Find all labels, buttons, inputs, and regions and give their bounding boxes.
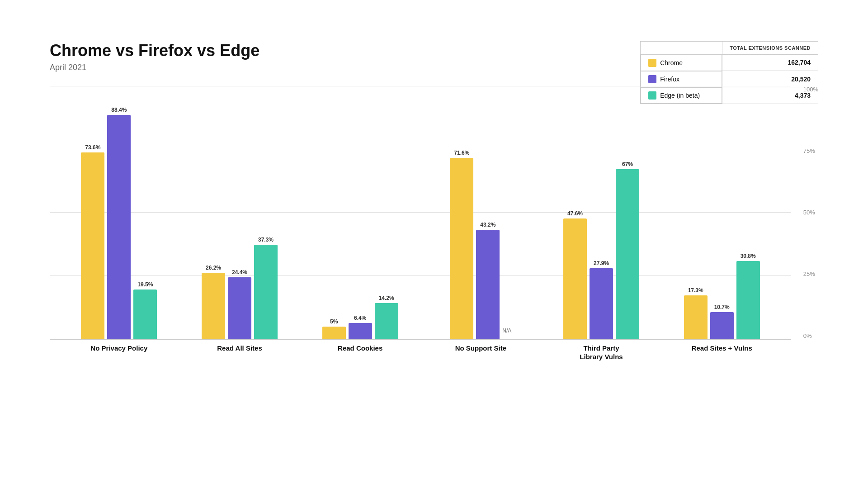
bar-wrap: 6.4% — [349, 315, 372, 339]
bar-value-label: N/A — [502, 328, 511, 334]
y-axis-label: 75% — [803, 147, 818, 154]
legend-row: Chrome162,704 — [641, 54, 818, 71]
bar — [228, 277, 251, 339]
bar-value-label: 26.2% — [206, 265, 221, 271]
legend-item-name: Firefox — [660, 76, 679, 83]
bar — [375, 303, 398, 339]
bar-wrap: 27.9% — [590, 260, 613, 339]
bar-value-label: 24.4% — [232, 269, 247, 275]
bar — [107, 115, 131, 339]
bar-wrap: 26.2% — [202, 265, 225, 339]
bar-value-label: 88.4% — [111, 107, 127, 113]
bar-wrap: 37.3% — [254, 237, 278, 339]
chart-area: 73.6%88.4%19.5%26.2%24.4%37.3%5%6.4%14.2… — [50, 86, 818, 394]
bars-container: 73.6%88.4%19.5%26.2%24.4%37.3%5%6.4%14.2… — [50, 86, 791, 339]
x-axis-label: Read Cookies — [300, 344, 420, 361]
y-axis-label: 50% — [803, 209, 818, 216]
legend-item-name: Chrome — [660, 59, 683, 66]
bar-wrap: 10.7% — [710, 304, 734, 339]
bar-value-label: 30.8% — [741, 253, 756, 259]
x-axis-label: No Support Site — [420, 344, 541, 361]
bar-value-label: 37.3% — [258, 237, 274, 243]
axis-line — [50, 339, 791, 340]
bar-group: 17.3%10.7%30.8% — [661, 253, 782, 339]
x-axis-label: Read All Sites — [179, 344, 300, 361]
bar-value-label: 6.4% — [354, 315, 366, 321]
legend-color-swatch — [648, 75, 656, 83]
bar — [590, 268, 613, 339]
bar-value-label: 10.7% — [714, 304, 730, 310]
bar — [563, 218, 587, 339]
bar-wrap: 73.6% — [81, 144, 104, 339]
bar-wrap: 17.3% — [684, 287, 708, 339]
bar — [81, 152, 104, 339]
legend-item-count: 20,520 — [722, 71, 818, 87]
bar-value-label: 5% — [330, 318, 338, 325]
legend-item-count: 162,704 — [722, 54, 818, 71]
bar-wrap: 19.5% — [133, 281, 157, 339]
y-axis-label: 100% — [803, 86, 818, 93]
bar — [349, 323, 372, 339]
bar — [476, 230, 500, 339]
bar-value-label: 14.2% — [379, 295, 394, 301]
bar — [684, 295, 708, 339]
bar-value-label: 47.6% — [567, 210, 583, 217]
bar-group: 5%6.4%14.2% — [300, 295, 420, 339]
y-axis-label: 0% — [803, 332, 818, 339]
bar-wrap: 71.6% — [450, 150, 473, 339]
bar-value-label: 19.5% — [137, 281, 153, 288]
legend-color-swatch — [648, 59, 656, 67]
x-axis-label: Read Sites + Vulns — [661, 344, 782, 361]
bar-wrap: 67% — [616, 161, 639, 339]
bar-value-label: 43.2% — [480, 222, 495, 228]
bar-group: 26.2%24.4%37.3% — [179, 237, 300, 339]
main-container: Chrome vs Firefox vs Edge April 2021 TOT… — [23, 23, 845, 466]
x-axis-label: Third PartyLibrary Vulns — [541, 344, 662, 361]
bar-value-label: 73.6% — [85, 144, 100, 151]
bar — [133, 290, 157, 339]
bar-value-label: 67% — [622, 161, 633, 167]
x-axis: No Privacy PolicyRead All SitesRead Cook… — [50, 344, 791, 361]
bar — [450, 158, 473, 339]
bar-group: 73.6%88.4%19.5% — [59, 107, 179, 339]
bar-wrap: 47.6% — [563, 210, 587, 339]
x-axis-label: No Privacy Policy — [59, 344, 179, 361]
bar — [710, 312, 734, 339]
bar-value-label: 71.6% — [454, 150, 469, 156]
bar — [616, 169, 639, 339]
y-axis-label: 25% — [803, 271, 818, 277]
bar-wrap: 14.2% — [375, 295, 398, 339]
bar-group: 71.6%43.2%N/A — [420, 150, 541, 339]
bar — [254, 245, 278, 339]
bar — [736, 261, 760, 339]
bar — [322, 327, 346, 339]
bar-wrap: N/A — [502, 328, 511, 339]
bar-wrap: 24.4% — [228, 269, 251, 339]
bar-group: 47.6%27.9%67% — [541, 161, 662, 339]
bar — [202, 273, 225, 339]
y-axis: 0%25%50%75%100% — [803, 86, 818, 339]
bar-value-label: 27.9% — [594, 260, 609, 266]
bar-wrap: 43.2% — [476, 222, 500, 339]
bar-wrap: 5% — [322, 318, 346, 339]
legend-row: Firefox20,520 — [641, 71, 818, 87]
bar-value-label: 17.3% — [688, 287, 703, 294]
bar-wrap: 88.4% — [107, 107, 131, 339]
bar-wrap: 30.8% — [736, 253, 760, 339]
